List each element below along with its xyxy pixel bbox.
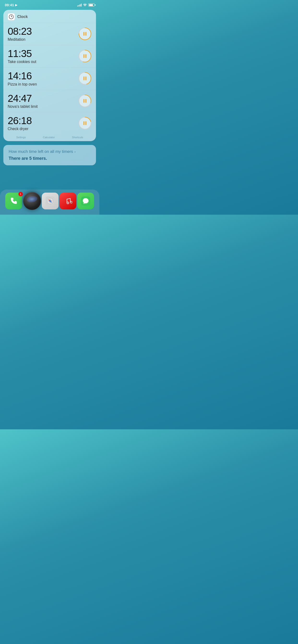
dock-messages[interactable]	[77, 192, 94, 210]
chevron-right-icon: ›	[74, 150, 76, 154]
dock-safari[interactable]	[42, 192, 59, 210]
dock: 1	[0, 190, 99, 215]
timer-row-0[interactable]: 08:23 Meditation	[3, 23, 96, 45]
timer-time-2: 14:16	[8, 70, 78, 82]
timer-list: 08:23 Meditation 11:35 Take cookies out	[3, 23, 96, 134]
status-left: 09:41 ▶	[5, 3, 17, 7]
timer-label-4: Check dryer	[8, 127, 78, 131]
dock-inner: 1	[5, 192, 95, 210]
dock-hints: Settings Calculator Shortcuts	[3, 134, 96, 141]
location-icon: ▶	[15, 3, 17, 7]
timer-label-2: Pizza in top oven	[8, 82, 78, 86]
wifi-icon	[83, 3, 87, 7]
battery-icon	[88, 3, 95, 6]
hint-calculator: Calculator	[43, 136, 55, 139]
svg-point-4	[11, 16, 12, 17]
timer-info-1: 11:35 Take cookies out	[8, 48, 78, 64]
timer-row-1[interactable]: 11:35 Take cookies out	[3, 45, 96, 67]
timer-row-4[interactable]: 26:18 Check dryer	[3, 112, 96, 134]
status-right	[77, 3, 95, 7]
clock-app-icon	[8, 13, 15, 20]
dock-music[interactable]	[60, 192, 76, 210]
widget-title: Clock	[17, 14, 28, 19]
pause-button-4[interactable]	[78, 116, 92, 130]
widget-header: Clock	[3, 10, 96, 23]
timer-row-2[interactable]: 14:16 Pizza in top oven	[3, 67, 96, 90]
timer-info-4: 26:18 Check dryer	[8, 115, 78, 131]
pause-button-0[interactable]	[78, 27, 92, 40]
siri-orb-container[interactable]	[23, 192, 41, 210]
siri-orb[interactable]	[23, 192, 41, 210]
siri-query[interactable]: How much time left on all my timers ›	[9, 149, 91, 154]
status-time: 09:41	[5, 3, 14, 7]
timer-info-2: 14:16 Pizza in top oven	[8, 70, 78, 86]
pause-button-1[interactable]	[78, 49, 92, 63]
timer-label-0: Meditation	[8, 38, 78, 42]
timer-info-3: 24:47 Nova's tablet limit	[8, 93, 78, 109]
siri-suggestion-box[interactable]: How much time left on all my timers › Th…	[3, 145, 96, 165]
timer-time-1: 11:35	[8, 48, 78, 59]
status-bar: 09:41 ▶	[0, 0, 99, 8]
timer-info-0: 08:23 Meditation	[8, 26, 78, 42]
pause-button-2[interactable]	[78, 72, 92, 85]
siri-answer: There are 5 timers.	[9, 156, 91, 161]
timer-label-3: Nova's tablet limit	[8, 104, 78, 109]
hint-settings: Settings	[16, 136, 26, 139]
timer-time-4: 26:18	[8, 115, 78, 126]
timer-row-3[interactable]: 24:47 Nova's tablet limit	[3, 90, 96, 112]
timer-time-3: 24:47	[8, 93, 78, 104]
dock-phone[interactable]: 1	[5, 192, 22, 210]
timer-label-1: Take cookies out	[8, 60, 78, 64]
clock-widget[interactable]: Clock 08:23 Meditation 11:35 Take cookie…	[3, 10, 96, 141]
pause-button-3[interactable]	[78, 94, 92, 108]
phone-badge: 1	[18, 192, 23, 196]
hint-shortcuts: Shortcuts	[72, 136, 83, 139]
timer-time-0: 08:23	[8, 26, 78, 37]
dock-safari-music	[42, 192, 76, 210]
signal-bars	[77, 4, 82, 6]
